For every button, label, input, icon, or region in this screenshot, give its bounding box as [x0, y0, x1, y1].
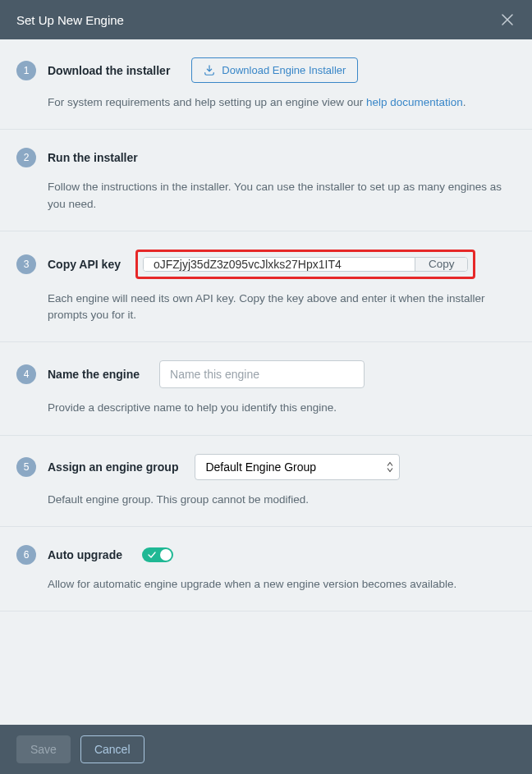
step-assign-engine-group: 5 Assign an engine group Default Engine …	[0, 436, 532, 527]
copy-api-key-button[interactable]: Copy	[415, 258, 468, 271]
api-key-input[interactable]	[144, 258, 415, 271]
download-engine-installer-button[interactable]: Download Engine Installer	[191, 57, 358, 83]
step-auto-upgrade: 6 Auto upgrade Allow for automatic engin…	[0, 527, 532, 611]
step-title: Download the installer	[48, 64, 170, 77]
api-key-field-group: Copy	[143, 257, 469, 272]
step-run-installer: 2 Run the installer Follow the instructi…	[0, 130, 532, 231]
modal-title: Set Up New Engine	[16, 13, 124, 27]
step-number-badge: 2	[16, 148, 36, 167]
step-number-badge: 4	[16, 364, 36, 384]
check-icon	[148, 551, 156, 559]
cancel-button[interactable]: Cancel	[80, 735, 144, 763]
step-name-engine: 4 Name the engine Provide a descriptive …	[0, 342, 532, 435]
step-title: Assign an engine group	[48, 460, 178, 474]
step-number-badge: 1	[16, 61, 36, 80]
step-number-badge: 3	[16, 254, 36, 274]
step-description: Follow the instructions in the installer…	[48, 179, 516, 213]
help-documentation-link[interactable]: help documentation	[366, 96, 463, 108]
step-description: For system requirements and help setting…	[48, 94, 516, 111]
engine-group-select-wrap: Default Engine Group	[195, 454, 400, 480]
desc-text: For system requirements and help setting…	[48, 96, 366, 108]
step-title: Run the installer	[48, 151, 138, 164]
engine-name-input[interactable]	[159, 360, 365, 388]
modal-footer: Save Cancel	[0, 725, 532, 774]
api-key-highlight: Copy	[135, 250, 476, 279]
step-number-badge: 5	[16, 457, 36, 477]
step-description: Provide a descriptive name to help you i…	[48, 400, 516, 416]
download-icon	[204, 65, 215, 76]
close-icon	[501, 13, 514, 26]
save-button[interactable]: Save	[16, 735, 71, 763]
download-button-label: Download Engine Installer	[222, 64, 346, 76]
step-title: Name the engine	[48, 368, 140, 381]
step-number-badge: 6	[16, 545, 36, 565]
modal-body: 1 Download the installer Download Engine…	[0, 39, 532, 725]
engine-group-select[interactable]: Default Engine Group	[195, 454, 400, 480]
step-copy-api-key: 3 Copy API key Copy Each engine will nee…	[0, 231, 532, 343]
auto-upgrade-toggle[interactable]	[142, 547, 173, 562]
step-download-installer: 1 Download the installer Download Engine…	[0, 39, 532, 130]
step-title: Auto upgrade	[48, 548, 122, 561]
step-description: Allow for automatic engine upgrade when …	[48, 576, 516, 593]
close-button[interactable]	[499, 11, 516, 28]
step-title: Copy API key	[48, 258, 121, 271]
toggle-knob	[160, 549, 172, 561]
step-description: Default engine group. This group cannot …	[48, 492, 516, 508]
step-description: Each engine will need its own API key. C…	[48, 291, 516, 324]
modal-header: Set Up New Engine	[0, 0, 532, 39]
setup-engine-modal: Set Up New Engine 1 Download the install…	[0, 0, 532, 774]
desc-text-post: .	[463, 96, 466, 108]
